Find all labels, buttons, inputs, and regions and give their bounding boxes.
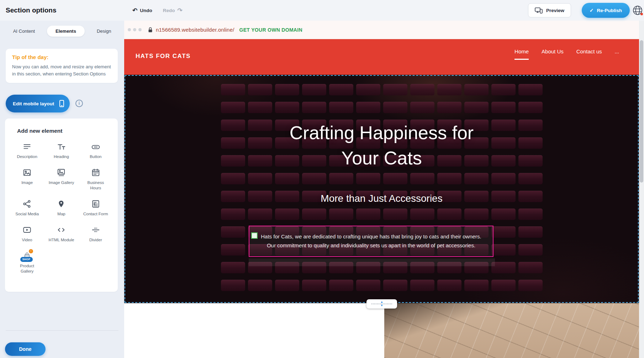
shop-badge: SHOP: [20, 257, 33, 262]
hero-tile: [329, 84, 353, 95]
hero-tile: [329, 280, 353, 291]
hero-tile: [518, 280, 543, 291]
hero-tile: [356, 209, 380, 220]
element-heading[interactable]: Heading: [44, 142, 78, 159]
site-nav: Home About Us Contact us ...: [514, 48, 619, 60]
hero-heading: Crafting Happiness for Your Cats: [124, 120, 639, 170]
browser-chrome: n1566589.websitebuilder.online/ GET YOUR…: [124, 21, 639, 39]
product-gallery-icon: SHOP ↑: [22, 251, 32, 261]
tab-elements[interactable]: Elements: [47, 26, 85, 37]
redo-button[interactable]: Redo ↷: [163, 7, 183, 14]
resize-handle[interactable]: [251, 232, 258, 239]
hero-tile: [410, 173, 434, 184]
arrow-up-icon: ▲: [380, 301, 383, 303]
nav-more[interactable]: ...: [614, 48, 619, 60]
hero-tile: [518, 173, 543, 184]
video-icon: [22, 225, 32, 235]
hero-tile: [464, 84, 489, 95]
tip-of-the-day-card: Tip of the day: Now you can add, move an…: [6, 49, 118, 83]
hero-subheading: More than Just Accessories: [124, 193, 639, 204]
edit-mobile-layout-button[interactable]: Edit mobile layout: [6, 95, 70, 112]
hero-tile: [221, 244, 245, 256]
element-description[interactable]: Description: [10, 142, 44, 159]
paragraph-element-selected[interactable]: Hats for Cats, we are dedicated to craft…: [249, 226, 493, 257]
hero-tile: [329, 209, 353, 220]
description-icon: [22, 142, 32, 152]
add-element-title: Add new element: [5, 128, 118, 134]
window-dot: [133, 28, 136, 31]
hero-tile: [221, 226, 245, 238]
hero-tile: [248, 84, 272, 95]
element-html-module[interactable]: HTML Module: [44, 225, 78, 243]
element-image[interactable]: Image: [10, 168, 44, 191]
hero-tile: [518, 102, 543, 113]
element-map[interactable]: Map: [44, 199, 78, 217]
element-label: Image: [21, 180, 33, 185]
redo-label: Redo: [163, 8, 175, 13]
hero-tile: [221, 84, 245, 95]
paragraph-line: Our commitment to quality and individual…: [261, 241, 481, 250]
element-business-hours[interactable]: Business Hours: [79, 168, 113, 191]
hero-tile: [302, 209, 326, 220]
hero-section-selected[interactable]: Crafting Happiness for Your Cats More th…: [124, 75, 639, 303]
hero-tile: [437, 102, 461, 113]
hero-tile: [491, 244, 516, 256]
phone-icon: [59, 100, 64, 107]
nav-contact-us[interactable]: Contact us: [576, 48, 602, 60]
element-video[interactable]: Video: [10, 225, 44, 243]
element-label: HTML Module: [49, 237, 74, 243]
element-contact-form[interactable]: Contact Form: [79, 199, 113, 217]
app: Section options ↶ Undo Redo ↷ Preview ✓ …: [0, 0, 644, 358]
hero-tile: [302, 84, 326, 95]
tab-ai-content[interactable]: AI Content: [11, 26, 37, 37]
lock-icon: [148, 27, 153, 33]
window-dot: [128, 28, 131, 31]
hero-tile: [491, 84, 516, 95]
hero-tile: [491, 209, 516, 220]
nav-home[interactable]: Home: [514, 48, 529, 60]
preview-label: Preview: [546, 8, 564, 13]
hero-tile: [437, 280, 461, 291]
redo-icon: ↷: [178, 7, 183, 14]
element-social-media[interactable]: Social Media: [10, 199, 44, 217]
hero-tile: [248, 173, 272, 184]
hero-tile: [356, 84, 380, 95]
tab-design[interactable]: Design: [95, 26, 113, 37]
hero-tile: [464, 173, 489, 184]
undo-button[interactable]: ↶ Undo: [132, 7, 152, 14]
site-header[interactable]: HATS FOR CATS Home About Us Contact us .…: [124, 39, 639, 75]
element-label: Description: [17, 154, 37, 159]
preview-button[interactable]: Preview: [528, 3, 571, 17]
hero-tile: [410, 102, 434, 113]
hero-tile: [221, 280, 245, 291]
hero-tile: [491, 280, 516, 291]
hero-tile: [491, 102, 516, 113]
nav-about-us[interactable]: About Us: [542, 48, 564, 60]
republish-label: Re-Publish: [597, 8, 622, 13]
image-icon: [22, 168, 32, 178]
element-divider[interactable]: Divider: [79, 225, 113, 243]
hero-tile: [356, 102, 380, 113]
info-icon[interactable]: i: [75, 100, 83, 107]
element-label: Business Hours: [83, 180, 109, 191]
element-image-gallery[interactable]: Image Gallery: [44, 168, 78, 191]
hero-heading-line: Your Cats: [124, 146, 639, 171]
language-globe-button[interactable]: [632, 5, 643, 16]
done-button[interactable]: Done: [5, 342, 46, 356]
notification-dot: [640, 13, 643, 15]
site-url[interactable]: n1566589.websitebuilder.online/: [156, 27, 234, 33]
republish-button[interactable]: ✓ Re-Publish: [582, 3, 630, 18]
section-resize-handle[interactable]: ▲ ▼: [366, 299, 397, 309]
scrollbar-thumb[interactable]: [640, 40, 643, 183]
element-button[interactable]: Button: [79, 142, 113, 159]
hero-tile: [383, 173, 407, 184]
element-product-gallery[interactable]: SHOP ↑ Product Gallery: [10, 251, 44, 274]
hero-tile: [275, 102, 299, 113]
hero-tile: [302, 102, 326, 113]
preview-devices-icon: [535, 7, 543, 14]
get-domain-link[interactable]: GET YOUR OWN DOMAIN: [239, 27, 302, 33]
hero-tile: [275, 209, 299, 220]
hero-tile: [437, 84, 461, 95]
element-label: Button: [90, 154, 101, 159]
hero-tile: [383, 209, 407, 220]
